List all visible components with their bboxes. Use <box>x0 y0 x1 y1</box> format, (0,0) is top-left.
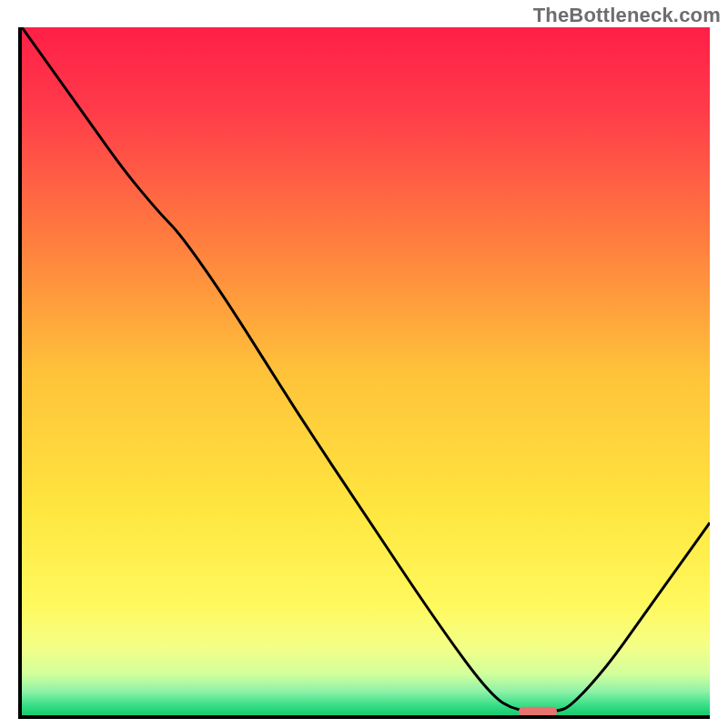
watermark-text: TheBottleneck.com <box>533 4 721 27</box>
chart-container: TheBottleneck.com <box>0 0 728 728</box>
bottleneck-curve <box>22 27 710 712</box>
plot-frame <box>18 27 710 719</box>
curve-layer <box>22 27 710 715</box>
optimal-marker <box>519 707 557 715</box>
